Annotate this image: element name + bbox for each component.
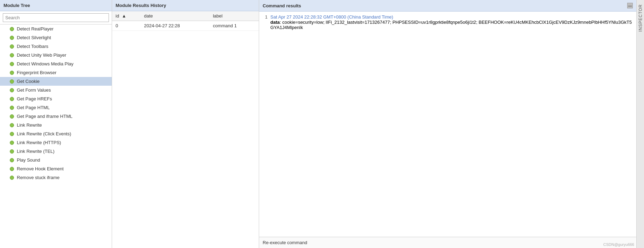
module-list-item[interactable]: Link Rewrite bbox=[0, 121, 112, 129]
search-box bbox=[0, 11, 112, 24]
module-item-label: Play Sound bbox=[17, 157, 40, 163]
module-status-dot bbox=[10, 158, 14, 162]
module-status-dot bbox=[10, 53, 14, 57]
timestamp-link[interactable]: Sat Apr 27 2024 22:28:32 GMT+0800 (China… bbox=[270, 14, 393, 20]
results-table-header-row: id ▲ date label bbox=[112, 11, 259, 21]
module-item-label: Get Form Values bbox=[17, 87, 51, 93]
module-item-label: Detect Toolbars bbox=[17, 44, 48, 49]
command-panel: Command results — 1 Sat Apr 27 2024 22:2… bbox=[259, 0, 636, 248]
col-id[interactable]: id ▲ bbox=[112, 11, 140, 21]
module-list-item[interactable]: Detect Unity Web Player bbox=[0, 51, 112, 59]
line-content: Sat Apr 27 2024 22:28:32 GMT+0800 (China… bbox=[270, 14, 633, 30]
module-list-item[interactable]: Get Page HTML bbox=[0, 103, 112, 112]
module-item-label: Detect RealPlayer bbox=[17, 26, 54, 31]
module-status-dot bbox=[10, 176, 14, 180]
module-tree-panel: Module Tree Detect RealPlayerDetect Silv… bbox=[0, 0, 112, 248]
module-list-item[interactable]: Get Page HREFs bbox=[0, 94, 112, 103]
module-list-item[interactable]: Get Form Values bbox=[0, 86, 112, 94]
module-tree-title: Module Tree bbox=[0, 0, 112, 11]
module-list: Detect RealPlayerDetect SilverlightDetec… bbox=[0, 24, 112, 248]
module-item-label: Detect Silverlight bbox=[17, 35, 51, 40]
module-status-dot bbox=[10, 123, 14, 127]
module-list-item[interactable]: Detect Silverlight bbox=[0, 33, 112, 42]
table-cell-id: 0 bbox=[112, 21, 140, 31]
module-item-label: Fingerprint Browser bbox=[17, 70, 56, 75]
module-item-label: Remove Hook Element bbox=[17, 166, 64, 171]
module-status-dot bbox=[10, 106, 14, 110]
module-list-item[interactable]: Play Sound bbox=[0, 156, 112, 164]
module-item-label: Remove stuck iframe bbox=[17, 175, 60, 180]
module-status-dot bbox=[10, 167, 14, 171]
module-status-dot bbox=[10, 36, 14, 40]
watermark: CSDN@guryu666 bbox=[603, 242, 634, 247]
module-status-dot bbox=[10, 62, 14, 66]
module-status-dot bbox=[10, 114, 14, 119]
module-item-label: Link Rewrite (TEL) bbox=[17, 149, 55, 154]
module-list-item[interactable]: Link Rewrite (HTTPS) bbox=[0, 138, 112, 147]
module-item-label: Get Page HTML bbox=[17, 105, 50, 110]
command-content: 1 Sat Apr 27 2024 22:28:32 GMT+0800 (Chi… bbox=[259, 12, 636, 237]
command-footer: Re-execute command bbox=[259, 237, 636, 248]
inspector-sidebar: INSPECTOR bbox=[636, 0, 644, 248]
inspector-label: INSPECTOR bbox=[638, 3, 643, 33]
results-panel: Module Results History id ▲ date label 0… bbox=[112, 0, 259, 248]
search-input[interactable] bbox=[3, 13, 109, 22]
module-status-dot bbox=[10, 79, 14, 84]
data-key: data bbox=[270, 20, 280, 25]
module-list-item[interactable]: Detect Toolbars bbox=[0, 42, 112, 51]
module-list-item[interactable]: Get Page and iframe HTML bbox=[0, 112, 112, 121]
module-list-item[interactable]: Remove stuck iframe bbox=[0, 173, 112, 182]
col-label[interactable]: label bbox=[209, 11, 259, 21]
module-item-label: Get Cookie bbox=[17, 79, 40, 84]
module-item-label: Link Rewrite bbox=[17, 122, 42, 128]
data-value: : cookie=security=low; lIFi_2132_lastvis… bbox=[270, 20, 632, 30]
module-status-dot bbox=[10, 97, 14, 101]
command-line-1: 1 Sat Apr 27 2024 22:28:32 GMT+0800 (Chi… bbox=[262, 14, 633, 30]
line-number: 1 bbox=[262, 14, 270, 30]
module-list-item[interactable]: Fingerprint Browser bbox=[0, 68, 112, 77]
module-list-item[interactable]: Detect Windows Media Play bbox=[0, 59, 112, 68]
command-results-title: Command results bbox=[263, 3, 301, 8]
module-status-dot bbox=[10, 141, 14, 145]
module-status-dot bbox=[10, 44, 14, 49]
table-cell-date: 2024-04-27 22:28 bbox=[140, 21, 209, 31]
table-row[interactable]: 02024-04-27 22:28command 1 bbox=[112, 21, 259, 31]
module-status-dot bbox=[10, 132, 14, 136]
module-item-label: Link Rewrite (HTTPS) bbox=[17, 140, 61, 145]
command-results-header: Command results — bbox=[259, 0, 636, 12]
results-history-title: Module Results History bbox=[112, 0, 259, 11]
table-cell-label: command 1 bbox=[209, 21, 259, 31]
module-list-item[interactable]: Link Rewrite (TEL) bbox=[0, 147, 112, 156]
module-item-label: Get Page and iframe HTML bbox=[17, 114, 72, 119]
module-item-label: Detect Unity Web Player bbox=[17, 52, 66, 58]
minimize-button[interactable]: — bbox=[627, 3, 633, 8]
sort-arrow-icon: ▲ bbox=[122, 13, 126, 19]
module-list-item[interactable]: Remove Hook Element bbox=[0, 164, 112, 173]
module-list-item[interactable]: Link Rewrite (Click Events) bbox=[0, 129, 112, 138]
module-status-dot bbox=[10, 88, 14, 92]
module-status-dot bbox=[10, 27, 14, 31]
module-item-label: Link Rewrite (Click Events) bbox=[17, 131, 71, 136]
module-item-label: Detect Windows Media Play bbox=[17, 61, 74, 66]
module-list-item[interactable]: Get Cookie bbox=[0, 77, 112, 86]
module-item-label: Get Page HREFs bbox=[17, 96, 52, 101]
module-status-dot bbox=[10, 71, 14, 75]
col-date[interactable]: date bbox=[140, 11, 209, 21]
results-table: id ▲ date label 02024-04-27 22:28command… bbox=[112, 11, 259, 31]
module-list-item[interactable]: Detect RealPlayer bbox=[0, 24, 112, 33]
module-status-dot bbox=[10, 149, 14, 154]
re-execute-label: Re-execute command bbox=[263, 240, 307, 245]
